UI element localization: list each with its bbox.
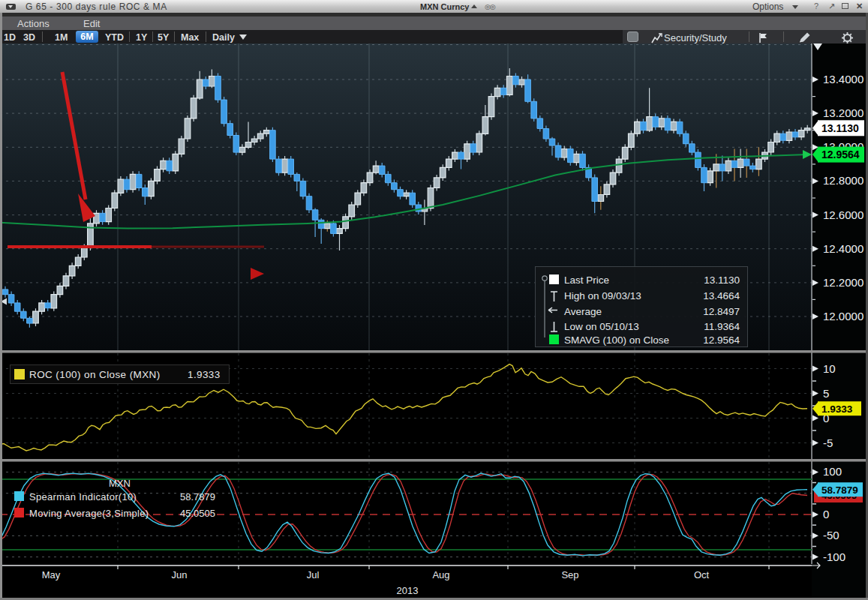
svg-text:-5: -5 <box>823 436 833 449</box>
svg-text:ROC (100) on Close (MXN): ROC (100) on Close (MXN) <box>29 369 161 380</box>
svg-text:-50: -50 <box>823 529 839 542</box>
svg-text:Average: Average <box>564 306 602 317</box>
svg-text:12.9564: 12.9564 <box>821 148 860 160</box>
svg-text:SMAVG (100) on Close: SMAVG (100) on Close <box>564 334 669 346</box>
svg-text:Aug: Aug <box>432 569 449 580</box>
svg-text:13.4664: 13.4664 <box>703 290 740 302</box>
svg-text:0: 0 <box>823 508 829 520</box>
svg-text:100: 100 <box>823 465 842 478</box>
svg-text:MXN: MXN <box>109 478 131 489</box>
svg-text:Jul: Jul <box>307 569 320 580</box>
svg-text:Sep: Sep <box>561 569 578 580</box>
svg-text:12.9564: 12.9564 <box>703 334 740 346</box>
svg-text:-100: -100 <box>823 550 845 563</box>
svg-text:5: 5 <box>823 387 829 400</box>
svg-text:12.8497: 12.8497 <box>703 306 740 317</box>
svg-text:13.4000: 13.4000 <box>823 73 863 86</box>
svg-text:12.0000: 12.0000 <box>823 310 863 322</box>
svg-text:12.8000: 12.8000 <box>823 174 863 187</box>
svg-text:58.7879: 58.7879 <box>180 491 215 502</box>
svg-text:Moving Average(3,Simple): Moving Average(3,Simple) <box>29 508 149 519</box>
svg-text:12.2000: 12.2000 <box>823 276 863 289</box>
svg-text:2013: 2013 <box>397 585 419 596</box>
svg-text:Low on 05/10/13: Low on 05/10/13 <box>564 321 639 332</box>
svg-text:13.2000: 13.2000 <box>823 106 863 119</box>
svg-text:Spearman Indicator(10): Spearman Indicator(10) <box>29 491 137 502</box>
svg-text:11.9364: 11.9364 <box>704 321 740 332</box>
svg-text:May: May <box>42 569 61 580</box>
svg-text:45.0505: 45.0505 <box>180 508 215 519</box>
svg-text:High on 09/03/13: High on 09/03/13 <box>564 290 641 302</box>
svg-text:Oct: Oct <box>694 569 710 580</box>
svg-text:13.1130: 13.1130 <box>821 122 859 134</box>
svg-text:1.9333: 1.9333 <box>821 404 853 415</box>
svg-text:58.7879: 58.7879 <box>821 484 858 496</box>
svg-text:1.9333: 1.9333 <box>188 369 221 380</box>
svg-text:10: 10 <box>823 362 836 375</box>
svg-text:12.4000: 12.4000 <box>823 242 863 255</box>
svg-text:Last Price: Last Price <box>564 274 609 286</box>
svg-text:12.6000: 12.6000 <box>823 208 863 221</box>
svg-text:Jun: Jun <box>172 569 188 580</box>
svg-text:13.1130: 13.1130 <box>704 274 740 286</box>
